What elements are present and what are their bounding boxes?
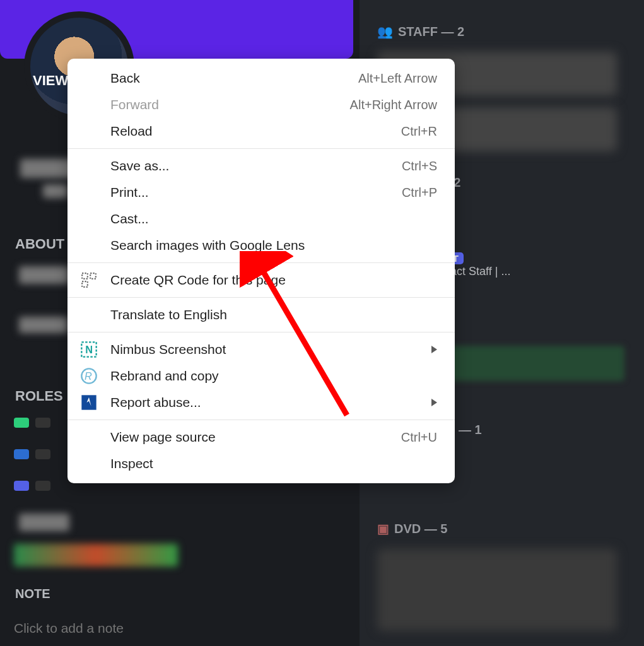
menu-shortcut: Alt+Left Arrow	[358, 71, 437, 86]
group-count: 5	[440, 522, 447, 536]
svg-text:R: R	[85, 370, 92, 382]
menu-separator	[67, 332, 455, 332]
svg-text:N: N	[85, 344, 93, 355]
section-title-about: ABOUT	[15, 236, 64, 252]
member-group-staff: 👥 STAFF — 2	[377, 24, 464, 39]
menu-shortcut: Ctrl+P	[402, 185, 437, 200]
nimbus-icon: N	[79, 339, 99, 360]
role-chip-row-2	[14, 449, 54, 462]
menu-item-viewsource[interactable]: View page source Ctrl+U	[67, 424, 455, 450]
svg-rect-2	[82, 281, 88, 287]
menu-item-report[interactable]: Report abuse...	[67, 389, 455, 416]
role-chip-row-5	[14, 544, 178, 567]
view-profile-label[interactable]: VIEW	[33, 73, 68, 89]
menu-label: Report abuse...	[110, 395, 201, 410]
menu-item-forward: Forward Alt+Right Arrow	[67, 91, 455, 118]
group-label: DVD	[394, 522, 421, 536]
member-group-dvd: ▣ DVD — 5	[377, 521, 447, 536]
qr-icon	[79, 270, 99, 290]
menu-label: Save as...	[110, 158, 169, 173]
note-input[interactable]	[14, 621, 266, 636]
group-icon: 👥	[377, 24, 393, 39]
submenu-arrow-icon	[431, 346, 437, 353]
menu-label: Cast...	[110, 211, 149, 226]
role-chip-row-3	[14, 481, 54, 493]
menu-separator	[67, 148, 455, 149]
menu-shortcut: Ctrl+S	[402, 159, 437, 173]
browser-context-menu: Back Alt+Left Arrow Forward Alt+Right Ar…	[67, 59, 455, 483]
section-title-roles: ROLES	[15, 388, 63, 404]
menu-label: View page source	[110, 430, 216, 445]
menu-item-translate[interactable]: Translate to English	[67, 302, 455, 328]
menu-item-inspect[interactable]: Inspect	[67, 450, 455, 477]
menu-separator	[67, 262, 455, 263]
menu-shortcut: Ctrl+U	[401, 430, 437, 445]
menu-separator	[67, 297, 455, 298]
role-chip-row-4	[19, 514, 69, 531]
menu-label: Inspect	[110, 456, 153, 471]
tag-blurred	[43, 184, 68, 198]
menu-shortcut: Ctrl+R	[401, 124, 437, 139]
menu-label: Print...	[110, 185, 149, 200]
group-count: 1	[474, 423, 481, 437]
menu-label: Create QR Code for this page	[110, 273, 286, 288]
menu-item-rebrand[interactable]: R Rebrand and copy	[67, 363, 455, 389]
rebrand-icon: R	[79, 366, 99, 386]
menu-item-nimbus[interactable]: N Nimbus Screenshot	[67, 336, 455, 363]
menu-item-print[interactable]: Print... Ctrl+P	[67, 179, 455, 206]
menu-shortcut: Alt+Right Arrow	[350, 98, 437, 112]
menu-label: Forward	[110, 97, 159, 112]
svg-rect-0	[82, 273, 88, 279]
menu-label: Rebrand and copy	[110, 368, 219, 384]
role-chip-row-1	[14, 418, 54, 430]
group-count: 2	[457, 25, 464, 39]
svg-rect-7	[81, 395, 96, 409]
about-line-1	[19, 266, 69, 284]
menu-label: Back	[110, 71, 140, 86]
submenu-arrow-icon	[431, 399, 437, 406]
menu-label: Search images with Google Lens	[110, 238, 305, 253]
menu-separator	[67, 420, 455, 420]
menu-item-qr[interactable]: Create QR Code for this page	[67, 267, 455, 293]
menu-item-back[interactable]: Back Alt+Left Arrow	[67, 65, 455, 91]
menu-item-reload[interactable]: Reload Ctrl+R	[67, 118, 455, 144]
menu-item-googlelens[interactable]: Search images with Google Lens	[67, 232, 455, 259]
menu-label: Nimbus Screenshot	[110, 342, 226, 357]
svg-rect-1	[90, 273, 96, 279]
dvd-members-blurred	[377, 549, 617, 631]
section-title-note: NOTE	[15, 587, 50, 601]
menu-label: Reload	[110, 124, 153, 139]
report-icon	[79, 392, 99, 413]
menu-item-saveas[interactable]: Save as... Ctrl+S	[67, 153, 455, 179]
group-label: STAFF	[398, 25, 438, 39]
group-icon: ▣	[377, 521, 389, 536]
menu-item-cast[interactable]: Cast...	[67, 206, 455, 232]
about-line-2	[19, 317, 68, 333]
menu-label: Translate to English	[110, 307, 227, 322]
